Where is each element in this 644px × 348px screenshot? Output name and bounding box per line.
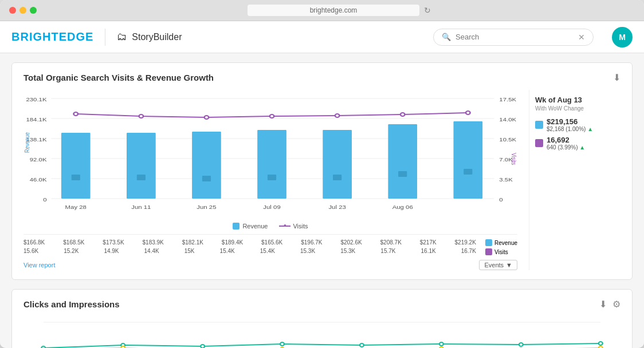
vis-6: 15.4K [220, 248, 235, 254]
svg-text:3.5K: 3.5K [499, 177, 513, 183]
data-table: $166.8K $168.5K $173.5K $183.9K $182.1K … [23, 234, 517, 256]
svg-text:Visits: Visits [511, 153, 517, 165]
svg-point-39 [400, 113, 405, 116]
search-icon: 🔍 [442, 33, 451, 41]
col-6: $189.4K [222, 239, 243, 246]
right-legend-visits-box [485, 248, 492, 255]
vis-11: 16.1K [421, 248, 436, 254]
brand-logo[interactable]: BRIGHTEDGE [11, 30, 93, 43]
legend-visits: Visits [279, 223, 308, 230]
search-clear-icon[interactable]: ✕ [578, 33, 585, 42]
svg-rect-21 [127, 133, 156, 199]
right-legend-revenue-box [485, 239, 492, 246]
col-4: $183.9K [143, 239, 164, 246]
svg-text:184.1K: 184.1K [26, 117, 46, 122]
main-area: Total Organic Search Visits & Revenue Gr… [0, 53, 644, 348]
col-2: $168.5K [63, 239, 84, 246]
svg-point-56 [599, 342, 603, 345]
col-12: $219.2K [455, 239, 476, 246]
col-5: $182.1K [182, 239, 203, 246]
data-row-visits: 15.6K 15.2K 14.9K 14.4K 15K 15.4K 15.4K … [23, 248, 476, 254]
col-1: $166.8K [23, 239, 45, 246]
vis-4: 14.4K [144, 248, 159, 254]
events-button[interactable]: Events ▼ [479, 260, 517, 270]
svg-rect-28 [137, 175, 146, 180]
svg-point-51 [201, 345, 205, 348]
right-legend-revenue: Revenue [494, 240, 517, 246]
legend-visits-line [279, 226, 290, 227]
clicks-download-icon[interactable]: ⬇ [599, 299, 607, 310]
svg-text:Revenue: Revenue [23, 132, 30, 153]
vis-7: 15.4K [260, 248, 275, 254]
story-builder-label: StoryBuilder [132, 32, 182, 42]
metric1-box [535, 121, 543, 129]
svg-text:230.1K: 230.1K [26, 97, 46, 102]
svg-text:0: 0 [43, 197, 47, 203]
metric1-arrow: ▲ [587, 126, 593, 132]
clicks-svg: 1.1M 14.1M [23, 317, 621, 348]
app-content: BRIGHTEDGE 🗂 StoryBuilder 🔍 ✕ M Total Or… [0, 21, 644, 348]
svg-text:Jul 23: Jul 23 [328, 204, 346, 210]
svg-point-38 [335, 114, 340, 117]
view-report-link[interactable]: View report [23, 262, 55, 268]
svg-point-40 [466, 111, 470, 114]
data-row-revenue: $166.8K $168.5K $173.5K $183.9K $182.1K … [23, 239, 476, 246]
legend-revenue: Revenue [233, 223, 268, 230]
vis-9: 15.3K [340, 248, 355, 254]
clicks-chart-title: Clicks and Impressions [23, 299, 120, 309]
address-text[interactable]: brightedge.com [248, 5, 419, 16]
week-subtitle: With WoW Change [535, 105, 615, 112]
col-8: $196.7K [301, 239, 322, 246]
svg-rect-23 [257, 130, 286, 199]
revenue-card-icons: ⬇ [613, 72, 621, 83]
svg-rect-20 [61, 133, 91, 199]
story-builder-nav[interactable]: 🗂 StoryBuilder [117, 31, 182, 43]
legend-visits-label: Visits [293, 223, 308, 230]
svg-point-36 [205, 116, 209, 119]
svg-point-54 [439, 342, 443, 346]
revenue-chart-card: Total Organic Search Visits & Revenue Gr… [11, 62, 633, 280]
clicks-chart-area: 1.1M 14.1M [23, 317, 621, 348]
svg-text:0: 0 [499, 197, 503, 203]
vis-12: 16.7K [461, 248, 476, 254]
revenue-chart-title: Total Organic Search Visits & Revenue Gr… [23, 73, 214, 82]
svg-rect-29 [202, 176, 211, 181]
svg-rect-26 [453, 121, 482, 199]
svg-rect-24 [323, 130, 352, 199]
dot-green[interactable] [30, 7, 37, 14]
legend-revenue-label: Revenue [242, 223, 268, 230]
svg-text:14.0K: 14.0K [499, 117, 516, 122]
dot-red[interactable] [9, 7, 16, 14]
download-icon[interactable]: ⬇ [613, 72, 621, 83]
clicks-card-icons: ⬇ ⚙ [599, 299, 621, 310]
svg-rect-22 [192, 132, 221, 199]
clicks-settings-icon[interactable]: ⚙ [612, 299, 621, 310]
svg-rect-27 [72, 175, 80, 180]
metric2-arrow: ▲ [579, 144, 585, 151]
revenue-chart-area: 230.1K 184.1K 138.1K 92.0K 46.0K 0 17.5K… [23, 90, 621, 270]
svg-text:May 28: May 28 [65, 204, 87, 210]
svg-text:Jun 11: Jun 11 [131, 204, 151, 210]
chart-main: 230.1K 184.1K 138.1K 92.0K 46.0K 0 17.5K… [23, 90, 517, 270]
revenue-card-header: Total Organic Search Visits & Revenue Gr… [23, 72, 621, 83]
col-3: $173.5K [103, 239, 124, 246]
revenue-svg: 230.1K 184.1K 138.1K 92.0K 46.0K 0 17.5K… [23, 90, 517, 216]
svg-rect-31 [333, 175, 341, 180]
refresh-icon[interactable]: ↻ [424, 6, 431, 15]
vis-8: 15.3K [300, 248, 315, 254]
metric1-change: $2,168 (1.00%) ▲ [547, 126, 593, 132]
metric2-value: 16,692 [547, 136, 585, 144]
svg-text:10.5K: 10.5K [499, 137, 516, 143]
user-avatar[interactable]: M [612, 27, 633, 48]
vis-10: 15.7K [380, 248, 395, 254]
svg-point-35 [139, 114, 144, 118]
search-bar[interactable]: 🔍 ✕ [433, 29, 594, 46]
search-input[interactable] [455, 33, 574, 41]
svg-rect-33 [464, 169, 472, 175]
nav-divider [105, 29, 105, 46]
svg-point-37 [270, 114, 274, 118]
svg-point-53 [360, 343, 364, 347]
svg-rect-25 [388, 124, 417, 199]
legend-revenue-box [233, 223, 239, 230]
dot-yellow[interactable] [19, 7, 26, 14]
